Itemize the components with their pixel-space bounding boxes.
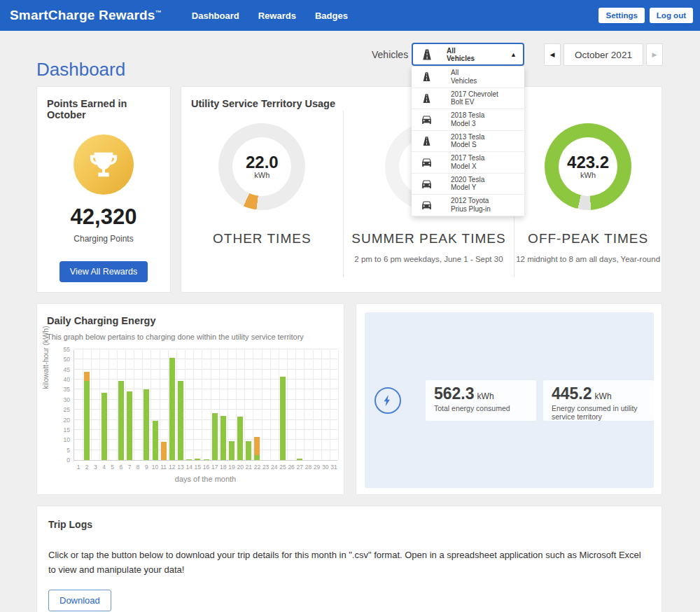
road-icon bbox=[421, 135, 433, 147]
vehicle-menu-item[interactable]: AllVehicles bbox=[412, 67, 524, 88]
vehicle-dropdown[interactable]: All Vehicles ▲ bbox=[412, 43, 524, 66]
vehicle-menu-item[interactable]: 2017 ChevroletBolt EV bbox=[412, 88, 524, 110]
vehicle-menu-item[interactable]: 2017 TeslaModel X bbox=[412, 152, 524, 174]
car-icon bbox=[421, 156, 433, 168]
bar-day-15 bbox=[195, 459, 200, 460]
x-tick-label: 13 bbox=[177, 464, 183, 471]
vehicle-menu-item-label: 2013 TeslaModel S bbox=[451, 133, 484, 149]
y-tick-label: 30 bbox=[64, 396, 70, 403]
bar-day-9 bbox=[144, 389, 149, 460]
donut-value: 423.2 bbox=[567, 154, 609, 171]
vehicle-dropdown-menu: AllVehicles2017 ChevroletBolt EV2018 Tes… bbox=[412, 67, 524, 216]
gridline bbox=[330, 350, 330, 460]
nav-badges[interactable]: Badges bbox=[315, 11, 348, 21]
gridline bbox=[99, 350, 100, 460]
donut-chart-off-peak-times: 423.2 kWh bbox=[545, 123, 631, 210]
usage-section-subtitle: 12 midnight to 8 am all days, Year-round bbox=[514, 255, 662, 263]
gridline bbox=[295, 350, 296, 460]
x-tick-label: 15 bbox=[195, 464, 201, 471]
stat-value: 562.3 bbox=[434, 386, 475, 402]
vehicle-menu-item[interactable]: 2020 TeslaModel Y bbox=[412, 174, 524, 195]
next-month-button[interactable]: ▶ bbox=[646, 43, 663, 66]
x-tick-label: 27 bbox=[297, 464, 303, 471]
x-tick-label: 29 bbox=[314, 464, 320, 471]
bar-day-25 bbox=[280, 377, 286, 460]
bar-day-19 bbox=[229, 441, 234, 460]
x-tick-label: 24 bbox=[271, 464, 277, 471]
bar-day-27 bbox=[297, 459, 302, 460]
donut-chart-other-times: 22.0 kWh bbox=[218, 123, 305, 210]
gridline bbox=[74, 369, 337, 370]
y-tick-label: 45 bbox=[64, 366, 70, 373]
x-tick-label: 5 bbox=[111, 464, 114, 471]
x-tick-label: 19 bbox=[228, 464, 234, 471]
bar-day-22-secondary bbox=[254, 437, 260, 455]
gridline bbox=[193, 350, 194, 460]
x-tick-label: 18 bbox=[220, 464, 226, 471]
download-button[interactable]: Download bbox=[48, 590, 111, 611]
y-tick-label: 55 bbox=[64, 346, 70, 353]
bar-day-11-secondary bbox=[161, 442, 167, 460]
y-tick-label: 10 bbox=[64, 436, 70, 443]
vehicles-label: Vehicles bbox=[372, 49, 408, 60]
top-nav: SmartCharge Rewards™ Dashboard Rewards B… bbox=[0, 0, 700, 31]
gridline bbox=[176, 350, 177, 460]
gridline bbox=[74, 439, 337, 440]
gridline bbox=[227, 350, 228, 460]
road-icon bbox=[420, 48, 434, 62]
x-tick-label: 22 bbox=[254, 464, 260, 471]
gridline bbox=[236, 350, 237, 460]
y-tick-label: 25 bbox=[64, 406, 70, 413]
bar-day-2 bbox=[84, 381, 90, 460]
x-tick-label: 6 bbox=[120, 464, 123, 471]
gridline bbox=[74, 359, 337, 359]
trademark-symbol: ™ bbox=[155, 9, 162, 16]
vehicle-menu-item[interactable]: 2013 TeslaModel S bbox=[412, 131, 524, 153]
x-tick-label: 30 bbox=[322, 464, 328, 471]
app: SmartCharge Rewards™ Dashboard Rewards B… bbox=[0, 0, 700, 612]
total-energy-stat: 562.3 kWh Total energy consumed bbox=[426, 380, 536, 421]
y-tick-label: 0 bbox=[66, 457, 70, 464]
x-tick-label: 12 bbox=[169, 464, 175, 471]
nav-dashboard[interactable]: Dashboard bbox=[192, 11, 239, 21]
x-tick-label: 8 bbox=[136, 464, 140, 471]
donut-unit: kWh bbox=[254, 171, 270, 179]
x-tick-label: 20 bbox=[237, 464, 243, 471]
donut-center: 22.0 kWh bbox=[232, 137, 291, 196]
usage-section-label: OFF-PEAK TIMES bbox=[514, 231, 662, 246]
vehicle-menu-item-label: AllVehicles bbox=[451, 69, 477, 85]
bar-day-20 bbox=[237, 417, 243, 460]
x-tick-label: 3 bbox=[94, 464, 97, 471]
gridline bbox=[338, 350, 339, 460]
donut-center: 423.2 kWh bbox=[559, 137, 617, 196]
x-tick-label: 11 bbox=[160, 464, 167, 471]
nav-rewards[interactable]: Rewards bbox=[258, 11, 296, 21]
trophy-icon bbox=[74, 134, 134, 195]
vehicle-menu-item-label: 2017 TeslaModel X bbox=[451, 154, 484, 170]
y-tick-label: 40 bbox=[64, 376, 70, 383]
road-icon bbox=[421, 71, 433, 83]
x-tick-label: 16 bbox=[203, 464, 209, 471]
chart-title: Daily Charging Energy bbox=[37, 304, 344, 326]
selected-vehicle-line1: All bbox=[447, 47, 456, 55]
chart-subtitle: This graph below pertains to charging do… bbox=[37, 326, 344, 341]
gridline bbox=[117, 350, 118, 460]
settings-button[interactable]: Settings bbox=[598, 8, 644, 23]
x-tick-label: 25 bbox=[279, 464, 286, 471]
territory-energy-stat: 445.2 kWh Energy consumed in utility ser… bbox=[543, 380, 654, 421]
logout-button[interactable]: Log out bbox=[650, 8, 693, 23]
y-tick-label: 35 bbox=[64, 386, 70, 393]
stat-label: Energy consumed in utility service terri… bbox=[552, 404, 645, 421]
vehicle-menu-item[interactable]: 2018 TeslaModel 3 bbox=[412, 109, 524, 131]
gridline bbox=[304, 350, 304, 460]
gridline bbox=[279, 350, 279, 460]
view-all-rewards-button[interactable]: View All Rewards bbox=[59, 261, 148, 282]
vehicle-menu-item[interactable]: 2012 ToyotaPrius Plug-in bbox=[412, 195, 524, 216]
header-actions: Settings Log out bbox=[598, 8, 693, 23]
y-axis-label: kilowatt-hour (kWh) bbox=[41, 326, 50, 389]
gridline bbox=[313, 350, 314, 460]
x-tick-label: 10 bbox=[152, 464, 158, 471]
brand-logo[interactable]: SmartCharge Rewards™ bbox=[10, 8, 162, 23]
car-icon bbox=[421, 199, 433, 211]
prev-month-button[interactable]: ◀ bbox=[544, 43, 561, 66]
